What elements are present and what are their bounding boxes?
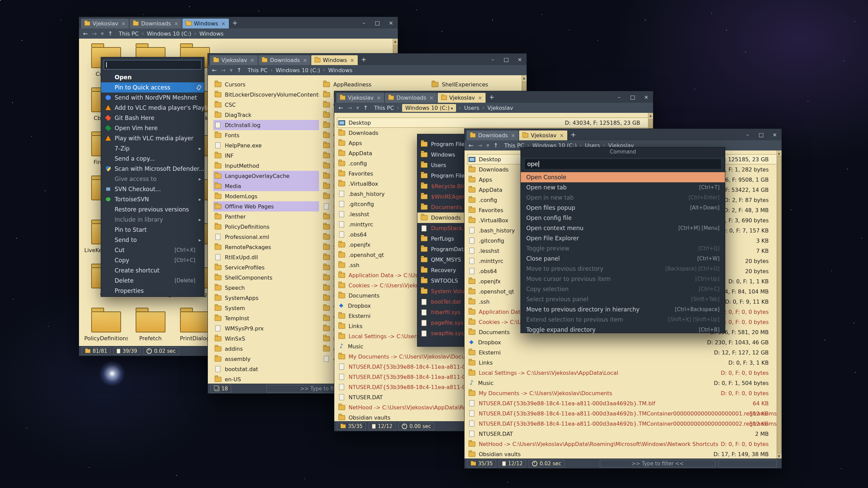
file-item[interactable]: Offline Web Pages [213, 201, 319, 211]
close-button[interactable]: × [639, 91, 653, 103]
breadcrumb-item[interactable]: › Windows [323, 67, 352, 74]
breadcrumb-item[interactable]: › Windows 10 (C:) [271, 67, 320, 74]
file-item[interactable]: addins [213, 344, 319, 354]
file-row[interactable]: Eksterni D: 12, F: 127, 12 GB [467, 347, 779, 358]
file-item[interactable]: CSC [213, 100, 319, 110]
file-item[interactable]: Fonts [213, 130, 319, 140]
file-row[interactable]: NTUSER.DAT{53b39e88-18c4-11ea-a811-000d3… [467, 398, 779, 408]
back-icon[interactable]: ← [469, 143, 473, 148]
up-icon[interactable]: ↑ [108, 31, 113, 37]
file-row[interactable]: My Documents -> C:\Users\Vjekoslav\Docum… [467, 388, 779, 398]
command-item[interactable]: Extend selection to previous item [Shift… [521, 314, 725, 325]
tab[interactable]: Downloads × [385, 93, 437, 103]
menu-item[interactable]: Send a copy... [101, 154, 204, 164]
tab[interactable]: Vjekoslav × [81, 19, 129, 28]
back-icon[interactable]: ← [83, 31, 88, 37]
maximize-button[interactable]: □ [754, 129, 768, 140]
tab[interactable]: Windows × [182, 19, 229, 28]
file-item[interactable]: Media [213, 181, 319, 191]
menu-item[interactable]: Copy [Ctrl+C] [101, 255, 204, 265]
file-item[interactable]: InputMethod [213, 161, 319, 171]
tab-close-icon[interactable]: × [559, 133, 564, 139]
menu-item[interactable]: TortoiseSVN [101, 194, 204, 204]
menu-item[interactable]: Delete [Delete] [101, 276, 204, 286]
tab-close-icon[interactable]: × [377, 95, 381, 101]
file-item[interactable]: ShellExperiences [430, 79, 527, 89]
minimize-button[interactable]: – [486, 54, 499, 65]
minimize-button[interactable]: – [357, 17, 371, 28]
new-tab-button[interactable]: + [231, 18, 239, 27]
command-item[interactable]: Open File Explorer [521, 233, 725, 243]
file-row[interactable]: Music D: 0, F: 1, 504 bytes [467, 378, 779, 388]
file-row[interactable]: Obsidian vaults D: 17, F: 149, 38 MB [467, 449, 779, 459]
tab-close-icon[interactable]: × [174, 21, 178, 27]
titlebar[interactable]: Downloads × Vjekoslav × + – □ × [465, 129, 782, 140]
file-item[interactable]: Panther [213, 211, 319, 222]
history-dropdown-icon[interactable]: ▾ [230, 67, 233, 73]
menu-item[interactable]: Play with VLC media player [101, 133, 204, 143]
command-item[interactable]: Open config file [521, 213, 725, 223]
file-row[interactable]: Dropbox D: 230, F: 1043, 46 GB [467, 337, 779, 347]
file-item[interactable]: WinSxS [213, 333, 319, 344]
file-row[interactable]: Local Settings -> C:\Users\Vjekoslav\App… [467, 368, 779, 378]
breadcrumb-item[interactable]: › This PC [374, 105, 394, 111]
file-item[interactable]: DiagTrack [213, 110, 319, 120]
file-item[interactable]: TempInst [213, 313, 319, 323]
titlebar[interactable]: Vjekoslav × Downloads × Windows × + – □ [208, 54, 527, 65]
tab-close-icon[interactable]: × [478, 95, 482, 101]
file-item[interactable]: RemotePackages [213, 242, 319, 252]
scroll-up-icon[interactable]: ▲ [522, 75, 526, 81]
breadcrumb-item[interactable]: › Windows 10 (C:) [397, 104, 456, 112]
menu-item[interactable]: Give access to [101, 174, 204, 184]
file-item[interactable]: HelpPane.exe [213, 140, 319, 150]
menu-item[interactable]: Restore previous versions [101, 204, 204, 215]
file-item[interactable]: ModemLogs [213, 191, 319, 201]
history-dropdown-icon[interactable]: ▾ [101, 31, 104, 37]
file-row[interactable]: NTUSER.DAT{53b39e88-18c4-11ea-a811-000d3… [467, 419, 779, 429]
breadcrumb-item[interactable]: › Windows 10 (C:) [142, 30, 191, 37]
command-input[interactable]: ope [524, 159, 722, 169]
tab-close-icon[interactable]: × [250, 57, 255, 63]
scroll-up-icon[interactable]: ▲ [777, 150, 781, 156]
menu-item[interactable]: Properties [101, 286, 204, 296]
tab[interactable]: Vjekoslav × [438, 93, 486, 103]
file-item[interactable]: BitLockerDiscoveryVolumeContents [213, 89, 319, 100]
menu-item[interactable]: Open Vim here [101, 123, 204, 133]
file-row[interactable]: Links D: 0, F: 3, 1 KB [467, 358, 779, 368]
tab-close-icon[interactable]: × [511, 133, 515, 139]
back-icon[interactable]: ← [212, 67, 217, 73]
file-item[interactable]: RtlExUpd.dll [213, 252, 319, 262]
scroll-down-icon[interactable]: ▼ [777, 453, 781, 459]
file-item[interactable]: Speech [213, 283, 319, 293]
maximize-button[interactable]: □ [371, 17, 384, 28]
file-row[interactable]: NTUSER.DAT{53b39e88-18c4-11ea-a811-000d3… [467, 408, 779, 419]
file-item[interactable]: ServiceProfiles [213, 262, 319, 272]
file-item[interactable]: bootstat.dat [213, 364, 319, 374]
command-item[interactable]: Move to previous directory in hierarchy … [521, 304, 725, 314]
rename-input[interactable] [104, 60, 201, 69]
command-item[interactable]: Copy selection [Ctrl+C] [521, 284, 725, 294]
file-row[interactable]: NTUSER.DAT 2 MB [467, 429, 779, 439]
tab[interactable]: Vjekoslav × [519, 130, 567, 140]
forward-icon[interactable]: → [477, 143, 482, 148]
new-tab-button[interactable]: + [488, 93, 496, 101]
file-item[interactable]: LanguageOverlayCache [213, 171, 319, 181]
menu-item[interactable]: Add to VLC media player's Playlist [101, 103, 204, 113]
file-item[interactable]: DtcInstall.log [213, 120, 319, 130]
scroll-thumb[interactable] [777, 156, 781, 453]
file-item[interactable]: ShellComponents [213, 272, 319, 283]
file-item[interactable]: AppReadiness [322, 79, 428, 89]
command-item[interactable]: Open new tab [Ctrl+T] [521, 182, 725, 192]
tab-close-icon[interactable]: × [303, 57, 307, 63]
tab[interactable]: Downloads × [258, 55, 310, 65]
up-icon[interactable]: ↑ [237, 67, 241, 73]
scroll-up-icon[interactable]: ▲ [393, 39, 397, 44]
up-icon[interactable]: ↑ [493, 143, 498, 148]
file-item[interactable]: Cursors [213, 79, 319, 89]
titlebar[interactable]: Vjekoslav × Downloads × Vjekoslav × + – … [334, 91, 653, 103]
tab-close-icon[interactable]: × [221, 21, 225, 27]
tab[interactable]: Vjekoslav × [336, 93, 384, 103]
scrollbar[interactable]: ▲ ▼ [776, 150, 782, 459]
file-item[interactable]: WMSysPr9.prx [213, 323, 319, 333]
forward-icon[interactable]: → [92, 31, 97, 37]
